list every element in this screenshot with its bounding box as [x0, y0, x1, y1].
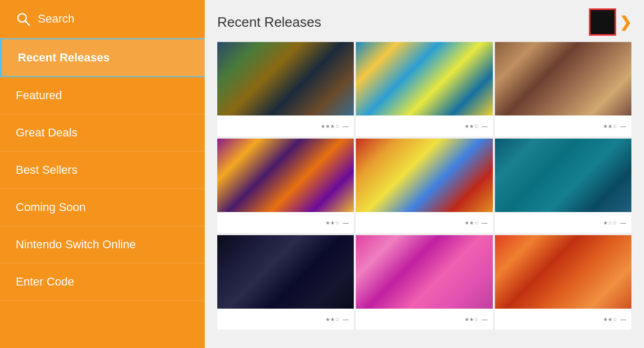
sidebar-item-label: Best Sellers — [16, 163, 77, 176]
sidebar-item-label: Recent Releases — [18, 51, 110, 64]
game-price: — — [343, 219, 349, 226]
game-rating: ★★☆ — [325, 220, 340, 226]
game-info: ★★☆ — — [495, 309, 631, 330]
game-card[interactable]: ★☆☆ — — [495, 139, 631, 233]
game-thumbnail — [495, 235, 631, 309]
sidebar: Search Recent Releases Featured Great De… — [0, 0, 205, 348]
game-card[interactable]: ★★☆ — — [495, 235, 631, 330]
game-info: ★★☆ — — [495, 115, 631, 136]
main-header: Recent Releases ❯ — [205, 0, 644, 42]
svg-line-1 — [25, 21, 29, 25]
chevron-right-icon[interactable]: ❯ — [619, 14, 631, 31]
game-card[interactable]: ★★☆ — — [495, 42, 631, 136]
game-card[interactable]: ★★★☆ — — [217, 42, 354, 136]
game-price: — — [620, 316, 626, 322]
game-thumbnail — [217, 42, 354, 115]
game-info: ★★☆ — — [217, 309, 354, 330]
sidebar-item-nintendo-switch-online[interactable]: Nintendo Switch Online — [0, 226, 205, 263]
game-rating: ★★☆ — [603, 123, 617, 129]
game-info: ★★★☆ — — [217, 115, 354, 136]
game-card[interactable]: ★★☆ — — [217, 235, 354, 330]
sidebar-item-label: Featured — [16, 89, 62, 102]
game-price: — — [482, 219, 488, 226]
game-rating: ★★☆ — [603, 317, 617, 322]
main-content: Recent Releases ❯ ★★★☆ — ★★☆ — ★★☆ — [205, 0, 644, 348]
game-card[interactable]: ★★☆ — — [217, 139, 354, 233]
game-thumbnail — [217, 235, 354, 309]
game-rating: ★★☆ — [464, 317, 479, 322]
sidebar-item-best-sellers[interactable]: Best Sellers — [0, 152, 205, 189]
game-rating: ★☆☆ — [603, 220, 617, 226]
game-rating: ★★☆ — [464, 220, 479, 226]
game-price: — — [620, 123, 626, 129]
sidebar-item-label: Enter Code — [16, 275, 74, 288]
game-rating: ★★★☆ — [321, 123, 340, 129]
game-price: — — [343, 123, 349, 129]
game-thumbnail — [356, 235, 492, 309]
sidebar-item-coming-soon[interactable]: Coming Soon — [0, 189, 205, 226]
game-info: ★★☆ — — [217, 212, 354, 233]
game-info: ★★☆ — — [356, 212, 492, 233]
game-card[interactable]: ★★☆ — — [356, 139, 492, 233]
game-grid: ★★★☆ — ★★☆ — ★★☆ — ★★☆ — — [205, 42, 644, 330]
game-info: ★☆☆ — — [495, 212, 631, 233]
game-info: ★★☆ — — [356, 115, 492, 136]
sidebar-search-label: Search — [38, 12, 75, 26]
game-thumbnail — [495, 42, 631, 115]
sidebar-item-great-deals[interactable]: Great Deals — [0, 114, 205, 152]
game-info: ★★☆ — — [356, 309, 492, 330]
sidebar-item-enter-code[interactable]: Enter Code — [0, 263, 205, 301]
sidebar-item-search[interactable]: Search — [0, 0, 205, 38]
page-title: Recent Releases — [217, 14, 321, 30]
game-price: — — [482, 123, 488, 129]
game-card[interactable]: ★★☆ — — [356, 235, 492, 330]
game-thumbnail — [495, 139, 631, 212]
game-rating: ★★☆ — [325, 317, 340, 322]
game-thumbnail — [356, 42, 492, 115]
game-price: — — [343, 316, 349, 322]
game-price: — — [482, 316, 488, 322]
sidebar-item-label: Nintendo Switch Online — [16, 238, 136, 251]
game-card[interactable]: ★★☆ — — [356, 42, 492, 136]
sidebar-item-label: Coming Soon — [16, 201, 86, 214]
game-rating: ★★☆ — [464, 123, 479, 129]
game-thumbnail — [217, 139, 354, 212]
game-price: — — [620, 219, 626, 226]
sidebar-item-recent-releases[interactable]: Recent Releases — [0, 38, 205, 77]
game-thumbnail — [356, 139, 492, 212]
search-icon — [16, 12, 30, 26]
sidebar-item-featured[interactable]: Featured — [0, 77, 205, 114]
header-right: ❯ — [589, 8, 631, 36]
sidebar-item-label: Great Deals — [16, 126, 77, 139]
avatar[interactable] — [589, 8, 616, 36]
